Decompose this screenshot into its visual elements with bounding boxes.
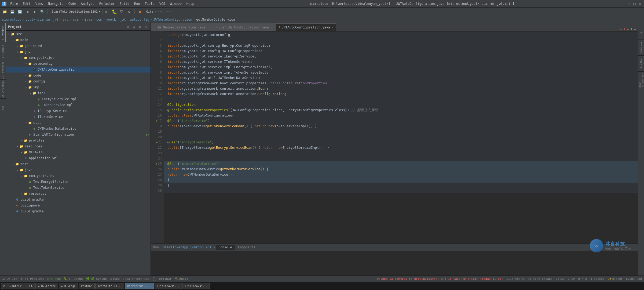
- tab-jwt-member-data-service[interactable]: J JWTMemberDataService.java ✕: [151, 23, 212, 31]
- tree-item[interactable]: ▸📁generated: [6, 43, 151, 49]
- status-branch[interactable]: ⎇ master: [608, 277, 623, 281]
- tree-item[interactable]: ▾📁java: [6, 49, 151, 55]
- tree-item[interactable]: ▸Yapplication.yml: [6, 155, 151, 161]
- more-run-btn[interactable]: ⚙: [126, 9, 133, 15]
- menu-view[interactable]: View: [33, 1, 45, 6]
- breadcrumb-main[interactable]: main: [72, 18, 80, 21]
- tree-item[interactable]: ▾📁autoconfig: [6, 61, 151, 67]
- menu-window[interactable]: Window: [168, 1, 184, 6]
- locate-file-btn[interactable]: ⊕: [125, 24, 131, 30]
- maximize-button[interactable]: □: [632, 2, 636, 6]
- tree-item[interactable]: ▸Gbuild.gradle: [6, 208, 151, 214]
- status-event-log[interactable]: Event Log: [626, 277, 642, 281]
- status-java-enterprise[interactable]: Java Enterprise: [123, 277, 149, 281]
- menu-edit[interactable]: Edit: [21, 1, 33, 6]
- back-btn[interactable]: ◀: [24, 9, 31, 15]
- settings-btn[interactable]: ⚙: [137, 24, 142, 30]
- status-line-ending[interactable]: CRLF: [568, 277, 575, 281]
- right-panel-database[interactable]: Database: [638, 39, 644, 55]
- taskbar-btn-5[interactable]: microcloud -...: [125, 283, 154, 289]
- status-debug[interactable]: 🐛 5: Debug: [64, 277, 83, 281]
- tree-item[interactable]: ▾📁resources: [6, 143, 151, 149]
- tree-item[interactable]: ▸📁META-INF: [6, 149, 151, 155]
- status-encoding[interactable]: UTF-8: [578, 277, 587, 281]
- taskbar-btn-1[interactable]: ◈ 02-Chrome: [35, 283, 58, 289]
- project-tree[interactable]: ▾📁src▾📁main▸📁generated▾📁java▾📁com.yootk.…: [6, 31, 151, 276]
- taskbar-btn-6[interactable]: C:\Windows\...: [155, 283, 182, 289]
- taskbar-btn-4[interactable]: TestSmith Ca...: [95, 283, 124, 289]
- tree-item[interactable]: ▾📁com.yootk.jwt: [6, 55, 151, 61]
- collapse-all-btn[interactable]: ⊟: [131, 24, 137, 30]
- close-button[interactable]: ✕: [638, 2, 642, 6]
- code-content-area[interactable]: package com.yootk.jwt.autoconfig;import …: [164, 31, 638, 243]
- tree-item[interactable]: ▸●TestEncryptService: [6, 179, 151, 185]
- status-chars[interactable]: 1116 chars, 29 line breaks: [506, 277, 552, 281]
- run-close-icon[interactable]: ✕: [214, 245, 215, 249]
- tree-item[interactable]: ▸⊘.gitignore: [6, 202, 151, 208]
- vtab-structure[interactable]: Z: Structure: [0, 79, 6, 98]
- tree-item[interactable]: ▸📁config: [6, 78, 151, 84]
- status-terminal[interactable]: ⬛ Terminal: [153, 277, 171, 281]
- breadcrumb-autoconfig[interactable]: autoconfig: [130, 18, 149, 21]
- vtab-commit[interactable]: 0: Commit: [0, 42, 6, 61]
- menu-bar[interactable]: File Edit View Navigate Code Analyze Ref…: [8, 1, 196, 6]
- tree-item[interactable]: ▾📁main: [6, 37, 151, 43]
- hide-panel-btn[interactable]: ✕: [143, 24, 148, 30]
- bottom-minimize-btn[interactable]: _: [631, 245, 636, 250]
- bottom-tab-endpoints[interactable]: Endpoints: [235, 245, 258, 250]
- taskbar-btn-3[interactable]: Postman: [79, 283, 95, 289]
- tab-close-btn-2[interactable]: ✕: [270, 26, 272, 29]
- status-git[interactable]: ⎇ ⎇ Git: [2, 277, 17, 281]
- tree-item[interactable]: ▾📁impl: [6, 84, 151, 90]
- breadcrumb-class[interactable]: JWTAutoConfiguration: [153, 18, 192, 21]
- minimize-button[interactable]: ─: [627, 2, 631, 6]
- status-cursor[interactable]: 25:29: [556, 277, 565, 281]
- status-todo[interactable]: ☑ TODO: [110, 277, 120, 281]
- taskbar-btn-2[interactable]: ◈ 03-Edge: [59, 283, 78, 289]
- sync-btn[interactable]: 🔄: [17, 9, 23, 15]
- tree-item[interactable]: ▸●TokenServiceImpl: [6, 102, 151, 108]
- status-spring[interactable]: 🌿 🌿 Spring: [86, 277, 107, 281]
- scroll-up-btn[interactable]: ▲: [634, 27, 636, 31]
- bottom-tab-console[interactable]: Console: [216, 245, 235, 250]
- tree-item[interactable]: ▾📁src: [6, 31, 151, 37]
- tree-item[interactable]: ▸📁code: [6, 73, 151, 78]
- tree-item[interactable]: ▸●TestTokenService: [6, 185, 151, 191]
- run-button[interactable]: ▶: [104, 9, 110, 15]
- tree-item[interactable]: ▸IIEncryptService: [6, 108, 151, 114]
- breadcrumb-microcloud[interactable]: microcloud: [2, 18, 21, 21]
- debug-button[interactable]: 🐛: [111, 9, 118, 15]
- tree-item[interactable]: ▾📁com.yootk.test: [6, 173, 151, 179]
- menu-code[interactable]: Code: [66, 1, 78, 6]
- tab-start-jwt-config[interactable]: J StartJWTConfiguration.java ✕: [212, 23, 275, 31]
- tree-item[interactable]: ▾📁util: [6, 120, 151, 126]
- status-run[interactable]: ▶ 4: Run: [47, 277, 61, 281]
- tree-item[interactable]: ▸CJWTAutoConfiguration: [6, 67, 151, 73]
- tree-item[interactable]: ▸●EncryptServiceImpl: [6, 96, 151, 102]
- status-problems[interactable]: ⑥ 6: Problems: [20, 277, 44, 281]
- tree-item[interactable]: ▾📁test: [6, 161, 151, 167]
- vtab-web[interactable]: Web: [0, 98, 6, 117]
- tree-item[interactable]: ▸IITokenService: [6, 114, 151, 120]
- menu-build[interactable]: Build: [118, 1, 131, 6]
- status-build[interactable]: 🔨 Build: [175, 277, 188, 281]
- menu-refactor[interactable]: Refactor: [97, 1, 117, 6]
- tree-item[interactable]: ▾📁impl: [6, 90, 151, 96]
- tab-close-btn[interactable]: ✕: [207, 26, 209, 29]
- breadcrumb-com[interactable]: com: [96, 18, 102, 21]
- taskbar-btn-7[interactable]: C:\Windows\...: [182, 283, 210, 289]
- menu-navigate[interactable]: Navigate: [46, 1, 66, 6]
- right-panel-ant[interactable]: Ant: [638, 23, 644, 39]
- tree-item[interactable]: ▸📁resources: [6, 191, 151, 197]
- menu-tools[interactable]: Tools: [143, 1, 157, 6]
- window-controls[interactable]: ─ □ ✕: [627, 2, 642, 6]
- menu-run[interactable]: Run: [132, 1, 142, 6]
- tree-item[interactable]: ▾📁java: [6, 167, 151, 173]
- run-with-coverage-btn[interactable]: 🛡: [119, 9, 125, 15]
- taskbar-btn-0[interactable]: ⊞ 01-IntelliJ IDEA: [1, 283, 35, 289]
- menu-file[interactable]: File: [8, 1, 20, 6]
- search-btn[interactable]: 🔍: [39, 9, 46, 15]
- save-btn[interactable]: 💾: [9, 9, 16, 15]
- vtab-favorites[interactable]: 2: Favorites: [0, 61, 6, 79]
- tree-item[interactable]: ▸📁profiles: [6, 137, 151, 143]
